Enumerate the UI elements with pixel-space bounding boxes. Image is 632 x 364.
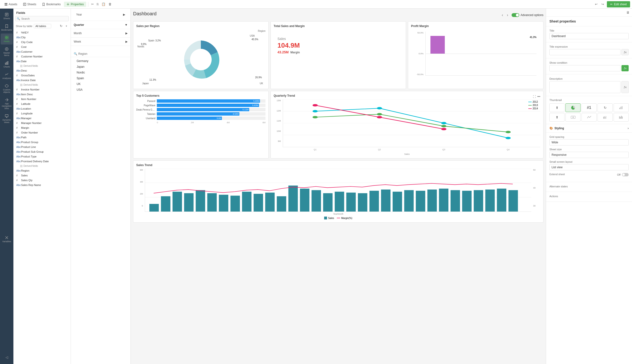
description-fx-button[interactable]: ƒx xyxy=(622,81,629,93)
sidebar-item-master-items[interactable]: Master items xyxy=(1,45,13,58)
thumbnail-grouped-bar[interactable] xyxy=(598,113,612,122)
title-expression-fx-button[interactable]: ƒx xyxy=(622,49,629,55)
sidebar-item-analyses[interactable]: Analyses xyxy=(1,70,13,81)
sidebar-item-dynamic-views[interactable]: Dynamic views xyxy=(1,112,13,126)
grid-spacing-select[interactable]: Wide Medium Narrow xyxy=(550,139,629,146)
filter-option-spain[interactable]: Spain xyxy=(74,76,130,81)
thumbnail-upload[interactable]: ⬆ xyxy=(550,104,564,112)
field-item-invoice-number[interactable]: #Invoice Number xyxy=(14,87,70,92)
tab-assets[interactable]: Assets xyxy=(2,2,20,7)
sidebar-item-bookmarks[interactable]: Bookmarks xyxy=(1,22,13,33)
field-item-city-code[interactable]: #City Code xyxy=(14,40,70,44)
field-item-manager[interactable]: AbcManager xyxy=(14,116,70,120)
filter-month[interactable]: Month ▶ xyxy=(71,29,130,37)
bar-track-talarian: 4.54M xyxy=(157,112,266,116)
field-item-%key[interactable]: #%KEY xyxy=(14,30,70,35)
advanced-options-toggle[interactable] xyxy=(512,13,519,17)
thumbnail-photo[interactable] xyxy=(566,113,580,122)
field-item-latitude[interactable]: #Latitude xyxy=(14,102,70,106)
delete-button[interactable]: 🗑 xyxy=(108,2,112,7)
collapse-sidebar-button[interactable]: ◁ xyxy=(4,354,9,360)
styling-header[interactable]: 🎨 Styling › xyxy=(550,126,629,130)
nav-prev-button[interactable]: ‹ xyxy=(500,12,504,18)
cut-button[interactable]: ✂ xyxy=(90,2,95,7)
field-item-order-number[interactable]: #Order Number xyxy=(14,130,70,135)
show-condition-fx-button[interactable]: ƒx xyxy=(622,65,629,71)
field-item-location[interactable]: AbcLocation xyxy=(14,106,70,111)
field-item-product-type[interactable]: AbcProduct Type xyxy=(14,154,70,159)
paste-button[interactable]: 📋 xyxy=(100,2,106,7)
field-item-product-group[interactable]: AbcProduct Group xyxy=(14,140,70,144)
field-item-promised-delivery-date[interactable]: AbcPromised Delivery Date xyxy=(14,159,70,164)
show-condition-input[interactable] xyxy=(550,65,620,71)
bar-row-paracel: Paracel 5.69M xyxy=(136,99,266,103)
filter-option-uk[interactable]: UK xyxy=(74,81,130,87)
field-item-city[interactable]: AbcCity xyxy=(14,35,70,40)
thumbnail-upload2[interactable]: ⬆ xyxy=(550,113,564,122)
tab-properties[interactable]: Properties xyxy=(64,2,86,7)
filter-option-nordic[interactable]: Nordic xyxy=(74,70,130,76)
small-screen-select[interactable]: List view Grid view xyxy=(550,164,629,170)
field-item-sales[interactable]: #Sales xyxy=(14,173,70,178)
field-item-grosssales[interactable]: #GrossSales xyxy=(14,73,70,78)
quarterly-more-button[interactable]: ••• xyxy=(537,95,540,98)
sidebar-item-charts[interactable]: Charts xyxy=(1,59,13,70)
svg-rect-65 xyxy=(392,192,402,212)
panel-icon-button[interactable]: 🖥 xyxy=(626,10,630,14)
tab-sheets[interactable]: Sheets xyxy=(20,2,38,7)
description-textarea[interactable] xyxy=(550,81,620,93)
undo-button[interactable]: ↩ xyxy=(594,2,598,7)
field-item-margin[interactable]: #Margin xyxy=(14,126,70,130)
nav-next-button[interactable]: › xyxy=(505,12,510,18)
title-expression-input[interactable] xyxy=(550,49,620,55)
thumbnail-city-bar[interactable] xyxy=(614,113,629,122)
extend-sheet-toggle[interactable] xyxy=(622,173,629,176)
filter-year[interactable]: Year ▶ xyxy=(73,10,128,19)
sidebar-item-sheets[interactable]: Sheets xyxy=(1,10,13,22)
thumbnail-section: Thumbnail ⬆ #1 ↻ ⬆ xyxy=(546,96,632,124)
copy-button[interactable]: ⎘ xyxy=(96,2,100,7)
field-item-item-number[interactable]: #Item Number xyxy=(14,97,70,102)
edit-sheet-button[interactable]: ✏ Edit sheet xyxy=(607,1,630,8)
sidebar-item-app-nav[interactable]: App navigation links xyxy=(1,96,13,112)
thumbnail-line[interactable] xyxy=(582,113,596,122)
field-item-desc[interactable]: AbcDesc xyxy=(14,68,70,73)
sheet-size-select[interactable]: Responsive Custom xyxy=(550,152,629,158)
field-item-invoice-date[interactable]: AbcInvoice Date xyxy=(14,78,70,82)
field-item-manager-number[interactable]: #Manager Number xyxy=(14,120,70,126)
add-table-button[interactable]: + xyxy=(64,24,68,28)
field-item-product-sub-group[interactable]: AbcProduct Sub Group xyxy=(14,149,70,154)
search-input[interactable] xyxy=(15,16,69,21)
tab-bookmarks[interactable]: Bookmarks xyxy=(40,2,63,7)
sidebar-item-variables[interactable]: Variables xyxy=(1,234,13,244)
table-select[interactable]: All tables xyxy=(34,24,51,28)
filter-quarter[interactable]: Quarter ▼ xyxy=(71,21,130,29)
thumbnail-pie[interactable] xyxy=(566,104,580,112)
field-item-longitude[interactable]: #Longitude xyxy=(14,111,70,116)
field-item-cost[interactable]: #Cost xyxy=(14,44,70,49)
field-item-product-line[interactable]: AbcProduct Line xyxy=(14,144,70,149)
field-item-region[interactable]: AbcRegion xyxy=(14,168,70,173)
title-input[interactable] xyxy=(550,33,629,39)
field-item-sales-rep-name[interactable]: AbcSales Rep Name xyxy=(14,182,70,188)
filter-option-japan[interactable]: Japan xyxy=(74,64,130,70)
field-item-customer[interactable]: AbcCustomer xyxy=(14,49,70,54)
svg-rect-71 xyxy=(462,191,471,212)
redo-button[interactable]: ↪ xyxy=(600,2,605,7)
quarterly-expand-button[interactable]: ⛶ xyxy=(533,95,536,98)
filter-region-search[interactable]: 🔍 Region xyxy=(71,51,130,57)
filter-option-germany[interactable]: Germany xyxy=(74,58,130,64)
field-item-item-desc[interactable]: AbcItem Desc xyxy=(14,92,70,97)
filter-option-usa[interactable]: USA xyxy=(74,87,130,92)
sidebar-item-fields[interactable]: Fields xyxy=(1,34,13,44)
field-item-customer-number[interactable]: #Customer Number xyxy=(14,54,70,59)
field-item-path[interactable]: AbcPath xyxy=(14,135,70,140)
thumbnail-hash[interactable]: #1 xyxy=(582,104,596,112)
filter-week[interactable]: Week ▶ xyxy=(71,38,130,46)
thumbnail-bar[interactable] xyxy=(614,104,629,112)
refresh-table-button[interactable]: ↻ xyxy=(59,24,64,28)
field-item-sales-qty[interactable]: #Sales Qty xyxy=(14,178,70,182)
field-item-date[interactable]: AbcDate xyxy=(14,59,70,64)
thumbnail-refresh[interactable]: ↻ xyxy=(598,104,612,112)
sidebar-item-custom-objects[interactable]: Custom objects xyxy=(1,82,13,95)
